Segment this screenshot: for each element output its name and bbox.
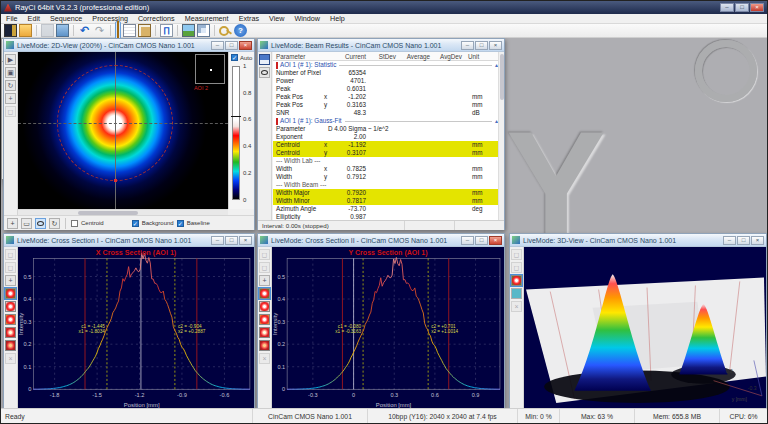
scrollbar-thumb[interactable] [500, 54, 504, 100]
license-key-icon[interactable] [219, 24, 232, 37]
menu-item-sequence[interactable]: Sequence [45, 14, 87, 23]
results-row[interactable]: Width Minor0.7817mm [273, 197, 498, 205]
pan-tool-icon[interactable]: + [259, 275, 270, 286]
beam-2d-canvas[interactable]: AOI 2 [18, 52, 228, 209]
results-titlebar[interactable]: LiveMode: Beam Results - CinCam CMOS Nan… [258, 39, 504, 52]
results-row[interactable]: Power4701. [273, 77, 498, 85]
palette-thumb-green[interactable] [5, 288, 16, 299]
save-view-icon[interactable]: ◻ [511, 249, 522, 260]
export-display-icon[interactable] [56, 24, 69, 37]
results-row[interactable]: Azimuth Angle-73.70deg [273, 205, 498, 213]
delete-icon[interactable]: × [259, 353, 270, 364]
results-row[interactable]: Peak0.6031 [273, 85, 498, 93]
menu-item-view[interactable]: View [264, 14, 289, 23]
column-header[interactable]: AvgDev [430, 52, 462, 60]
app-close-button[interactable]: × [750, 3, 764, 12]
save-profile-icon[interactable]: ◻ [259, 249, 270, 260]
results-row[interactable]: Centroidx-1.192mm [273, 141, 498, 149]
pan-tool-icon[interactable]: + [5, 93, 16, 104]
delete-icon[interactable]: × [511, 301, 522, 312]
results-minimize-button[interactable]: – [461, 41, 474, 50]
rectangle-tool-icon[interactable]: ▭ [21, 218, 32, 229]
profile-step-icon[interactable]: ∏ [160, 24, 173, 37]
2d-minimize-button[interactable]: – [211, 41, 224, 50]
x-cross-close-button[interactable]: × [239, 236, 252, 245]
results-row[interactable]: Centroidy0.3107mm [273, 149, 498, 157]
move-tool-icon[interactable]: + [7, 218, 18, 229]
palette-thumb-white[interactable] [259, 301, 270, 312]
reset-view-icon[interactable]: ↻ [49, 218, 60, 229]
3d-close-button[interactable]: × [751, 236, 764, 245]
beam-3d-canvas[interactable]: 0.2 -0.3 y [mm] [524, 247, 766, 408]
results-row[interactable]: Exponent2.00 [273, 133, 498, 141]
app-maximize-button[interactable]: □ [735, 3, 749, 12]
zoom-tool-icon[interactable]: ◻ [5, 106, 16, 117]
layers-icon[interactable]: ▣ [5, 67, 16, 78]
baseline-checkbox[interactable]: ✓ [177, 220, 184, 227]
aoi-box[interactable] [195, 54, 225, 84]
save-results-icon[interactable] [259, 54, 270, 65]
centroid-checkbox[interactable] [71, 220, 78, 227]
ellipse-tool-icon[interactable] [35, 218, 46, 229]
background-checkbox[interactable]: ✓ [132, 220, 139, 227]
open-file-icon[interactable] [19, 24, 32, 37]
results-row[interactable]: SNR48.3dB [273, 109, 498, 117]
menu-item-measurement[interactable]: Measurement [180, 14, 234, 23]
palette-thumb-white[interactable] [5, 301, 16, 312]
3d-minimize-button[interactable]: – [723, 236, 736, 245]
copy-report-icon[interactable] [123, 24, 136, 37]
x-cross-minimize-button[interactable]: – [211, 236, 224, 245]
palette-thumb-red[interactable] [259, 327, 270, 338]
column-header[interactable]: Unit [468, 52, 479, 60]
results-row[interactable]: Peak Posy0.3163mm [273, 101, 498, 109]
y-cross-maximize-button[interactable]: □ [475, 236, 488, 245]
visibility-eye-icon[interactable] [259, 67, 270, 78]
menu-item-help[interactable]: Help [325, 14, 350, 23]
column-header[interactable]: Average [396, 52, 430, 60]
media-sequence-icon[interactable] [4, 24, 17, 37]
y-cross-minimize-button[interactable]: – [461, 236, 474, 245]
x-cross-section-plot[interactable]: -1.8-1.5-1.2-0.9-0.600.10.20.30.40.5c1 =… [18, 247, 254, 408]
delete-icon[interactable]: × [5, 353, 16, 364]
results-section-header[interactable]: AOI 1 (# 1): Gauss-Fit▴ [273, 117, 498, 125]
2d-maximize-button[interactable]: □ [225, 41, 238, 50]
save-profile-icon[interactable]: ◻ [5, 249, 16, 260]
column-header[interactable]: Parameter [276, 52, 324, 60]
app-titlebar[interactable]: RayCi 64bit V3.2.3 (professional edition… [1, 1, 767, 14]
3d-surface-plot[interactable]: 0.2 -0.3 y [mm] [524, 247, 766, 408]
copy-view-icon[interactable]: ◻ [511, 262, 522, 273]
paste-icon[interactable] [138, 24, 151, 37]
save-icon[interactable] [41, 24, 54, 37]
surface-mode-icon[interactable] [511, 288, 522, 299]
copy-profile-icon[interactable]: ◻ [259, 262, 270, 273]
results-scrollbar[interactable] [498, 52, 504, 220]
palette-thumb-green[interactable] [511, 275, 522, 286]
y-cross-close-button[interactable]: × [489, 236, 502, 245]
cursor-tool-icon[interactable]: ▶ [5, 54, 16, 65]
3d-maximize-button[interactable]: □ [737, 236, 750, 245]
cascade-windows-icon[interactable] [197, 24, 210, 37]
2d-view-titlebar[interactable]: LiveMode: 2D-View (200%) - CinCam CMOS N… [4, 39, 254, 52]
results-section-header[interactable]: AOI 1 (# 1): Statistic▴ [273, 61, 498, 69]
palette-thumb-green[interactable] [259, 288, 270, 299]
menu-item-processing[interactable]: Processing [87, 14, 133, 23]
menu-item-corrections[interactable]: Corrections [133, 14, 180, 23]
x-cross-titlebar[interactable]: LiveMode: Cross Section I - CinCam CMOS … [4, 234, 254, 247]
x-cross-maximize-button[interactable]: □ [225, 236, 238, 245]
auto-scale-checkbox[interactable]: ✓ [231, 54, 238, 61]
3d-view-titlebar[interactable]: LiveMode: 3D-View - CinCam CMOS Nano 1.0… [510, 234, 766, 247]
undo-icon[interactable]: ↶ [78, 24, 91, 37]
app-minimize-button[interactable]: – [720, 3, 734, 12]
menu-item-file[interactable]: File [1, 14, 23, 23]
image-gallery-icon[interactable] [182, 24, 195, 37]
help-icon[interactable]: ? [234, 24, 247, 37]
palette-thumb-orange[interactable] [5, 314, 16, 325]
copy-profile-icon[interactable]: ◻ [5, 262, 16, 273]
menu-item-window[interactable]: Window [289, 14, 325, 23]
refresh-icon[interactable]: ↻ [5, 80, 16, 91]
menu-item-edit[interactable]: Edit [23, 14, 45, 23]
results-row[interactable]: Width Major0.7920mm [273, 189, 498, 197]
results-row[interactable]: Ellipticity0.987 [273, 213, 498, 220]
column-header[interactable]: StDev [366, 52, 396, 60]
y-cross-titlebar[interactable]: LiveMode: Cross Section II - CinCam CMOS… [258, 234, 504, 247]
